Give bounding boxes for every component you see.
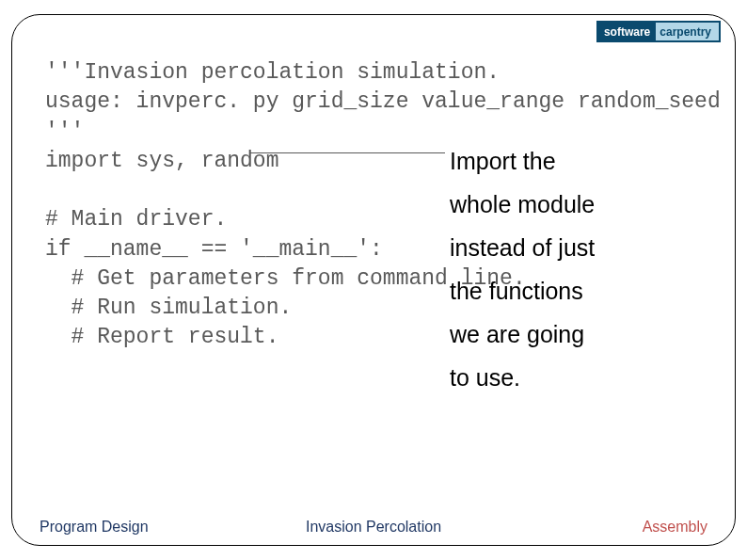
footer-right: Assembly <box>485 519 707 536</box>
slide-footer: Program Design Invasion Percolation Asse… <box>0 519 747 536</box>
annotation-text: Import the whole module instead of just … <box>450 139 595 399</box>
logo-right-text: carpentry <box>656 23 719 40</box>
code-line: ''' <box>45 120 84 144</box>
code-line: # Main driver. <box>45 207 227 232</box>
annotation-line: instead of just <box>450 226 595 269</box>
code-block: '''Invasion percolation simulation. usag… <box>45 58 721 353</box>
annotation-line: Import the <box>450 139 595 183</box>
code-line: '''Invasion percolation simulation. <box>45 60 500 85</box>
code-line: # Report result. <box>45 325 278 349</box>
annotation-line: the functions <box>450 269 595 312</box>
software-carpentry-logo: software carpentry <box>596 21 721 42</box>
annotation-line: we are going <box>450 312 595 356</box>
footer-left: Program Design <box>40 519 262 536</box>
logo-left-text: software <box>598 23 656 40</box>
annotation-line: whole module <box>450 183 595 226</box>
footer-center: Invasion Percolation <box>262 519 485 536</box>
annotation-line: to use. <box>450 356 595 399</box>
code-line: # Run simulation. <box>45 296 292 320</box>
code-line: usage: invperc. py grid_size value_range… <box>45 89 721 114</box>
code-line: if __name__ == '__main__': <box>45 237 383 262</box>
annotation-connector-line <box>249 152 445 153</box>
code-line: import sys, random <box>45 149 278 173</box>
